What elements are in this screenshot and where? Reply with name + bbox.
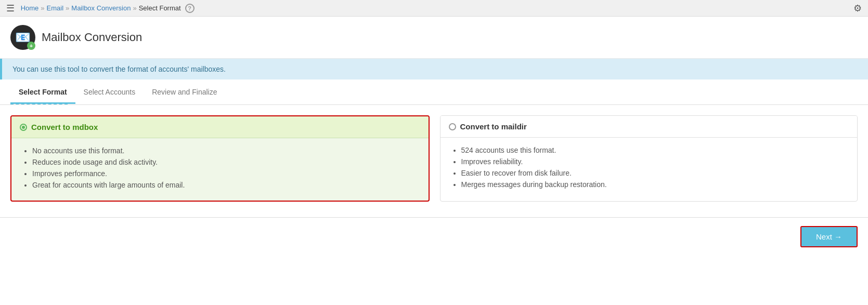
mdbox-bullet-3: Improves performance. (32, 169, 418, 178)
maildir-bullet-1: 524 accounts use this format. (461, 146, 847, 154)
option-mdbox-header: Convert to mdbox (11, 116, 429, 138)
tabs: Select Format Select Accounts Review and… (10, 82, 858, 103)
page-icon: 📧 + (10, 25, 35, 50)
info-banner-text: You can use this tool to convert the for… (12, 65, 226, 73)
mdbox-bullet-4: Great for accounts with large amounts of… (32, 181, 418, 189)
page-title: Mailbox Conversion (42, 31, 142, 44)
radio-mdbox[interactable] (20, 124, 27, 131)
option-maildir-body: 524 accounts use this format. Improves r… (441, 138, 858, 200)
maildir-bullet-2: Improves reliability. (461, 157, 847, 166)
radio-maildir[interactable] (449, 123, 456, 130)
plus-badge-icon: + (27, 42, 35, 50)
page-header: 📧 + Mailbox Conversion (0, 17, 868, 59)
option-maildir-list: 524 accounts use this format. Improves r… (451, 146, 847, 189)
maildir-bullet-3: Easier to recover from disk failure. (461, 169, 847, 177)
breadcrumb-home[interactable]: Home (21, 4, 39, 12)
option-maildir-header: Convert to maildir (441, 116, 858, 138)
breadcrumb-help-icon[interactable]: ? (185, 4, 195, 13)
footer: Next → (0, 217, 868, 256)
next-button[interactable]: Next → (800, 226, 858, 247)
mdbox-bullet-1: No accounts use this format. (32, 147, 418, 155)
breadcrumb-mailbox-conversion[interactable]: Mailbox Conversion (71, 4, 131, 12)
breadcrumb-current: Select Format (139, 4, 181, 12)
maildir-bullet-4: Merges messages during backup restoratio… (461, 180, 847, 189)
tabs-section: Select Format Select Accounts Review and… (0, 82, 868, 105)
menu-icon[interactable]: ☰ (6, 3, 15, 14)
option-mdbox-body: No accounts use this format. Reduces ino… (11, 138, 429, 201)
option-maildir-label: Convert to maildir (460, 122, 527, 131)
topbar: ☰ Home » Email » Mailbox Conversion » Se… (0, 0, 868, 17)
tab-review-finalize[interactable]: Review and Finalize (144, 82, 225, 104)
breadcrumb-sep2: » (66, 4, 69, 12)
breadcrumb-sep3: » (133, 4, 136, 12)
topbar-settings-icon[interactable]: ⚙ (853, 3, 862, 14)
options-container: Convert to mdbox No accounts use this fo… (0, 105, 868, 212)
tab-select-format[interactable]: Select Format (10, 82, 75, 104)
option-mdbox-card[interactable]: Convert to mdbox No accounts use this fo… (10, 115, 430, 202)
option-maildir-card[interactable]: Convert to maildir 524 accounts use this… (440, 115, 858, 202)
breadcrumb-email[interactable]: Email (47, 4, 64, 12)
mdbox-bullet-2: Reduces inode usage and disk activity. (32, 158, 418, 166)
tab-select-accounts[interactable]: Select Accounts (75, 82, 144, 104)
breadcrumb: ☰ Home » Email » Mailbox Conversion » Se… (6, 3, 195, 14)
option-mdbox-label: Convert to mdbox (31, 123, 98, 131)
info-banner: You can use this tool to convert the for… (0, 59, 868, 79)
page-container: 📧 + Mailbox Conversion You can use this … (0, 17, 868, 305)
option-mdbox-list: No accounts use this format. Reduces ino… (22, 147, 418, 189)
breadcrumb-sep1: » (41, 4, 44, 12)
